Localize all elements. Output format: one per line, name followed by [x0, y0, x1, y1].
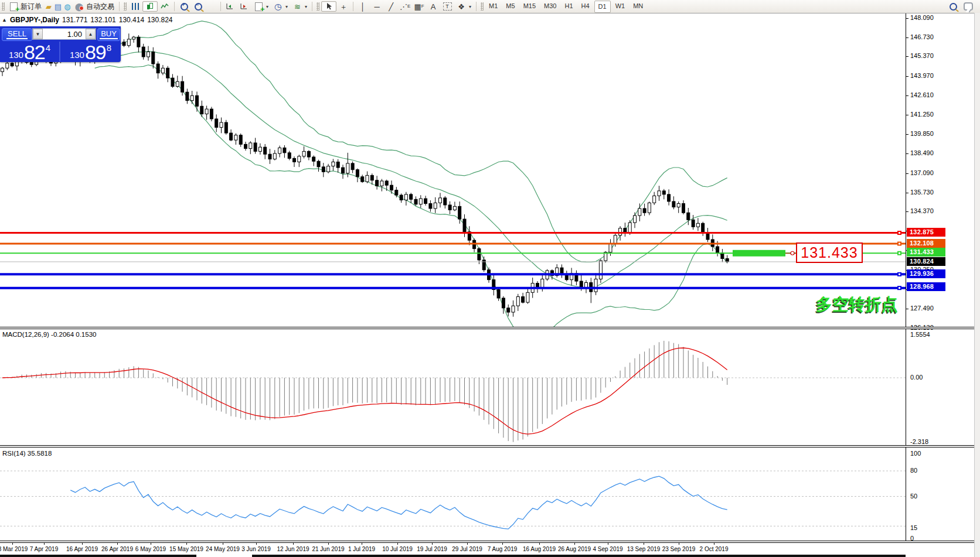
text-button[interactable]: A [426, 1, 440, 12]
profiles-icon[interactable]: ▰ [44, 2, 53, 11]
zoom-in-button[interactable]: + [177, 1, 191, 12]
chart-shift-button[interactable] [237, 1, 251, 12]
timeframe-m5[interactable]: M5 [502, 1, 518, 12]
one-click-trading-panel: SELL ▼ 1.00 ▲ BUY 130824 130898 [0, 26, 121, 62]
volume-value[interactable]: 1.00 [43, 29, 86, 39]
price-tick-label: 141.250 [910, 111, 934, 118]
timeframe-d1[interactable]: D1 [594, 1, 611, 13]
timeframe-mn[interactable]: MN [629, 1, 646, 12]
crosshair-icon: ＋ [339, 2, 348, 11]
search-icon[interactable] [948, 2, 958, 11]
annotation-text[interactable]: 多空转折点 [816, 293, 898, 316]
price-tick [906, 211, 908, 212]
panel-separator[interactable] [0, 445, 974, 447]
price-tick [906, 153, 908, 154]
symbol-title: GBPJPY-,Daily [10, 16, 59, 24]
date-label: 29 Jul 2019 [452, 546, 482, 552]
toolbar-separator [119, 2, 120, 11]
volume-stepper: ▼ 1.00 ▲ [32, 28, 96, 40]
trendline-button[interactable]: ╱ [384, 1, 398, 12]
price-tick-label: 148.090 [910, 14, 934, 21]
rsi-label: RSI(14) 35.5818 [2, 450, 52, 457]
volume-up-button[interactable]: ▲ [86, 29, 96, 39]
market-watch-icon[interactable]: ▤ [53, 2, 63, 11]
crosshair-button[interactable]: ＋ [336, 1, 351, 12]
price-tick-label: 127.490 [910, 305, 934, 312]
toolbar-grip [124, 2, 127, 11]
sell-price[interactable]: 130824 [0, 42, 60, 61]
highlight-segment[interactable] [733, 250, 785, 257]
ohlc-open: 131.771 [62, 16, 87, 24]
date-tick [679, 543, 679, 545]
line-chart-button[interactable] [158, 1, 172, 12]
cursor-button[interactable] [321, 1, 336, 12]
signals-icon[interactable]: ◍ [63, 2, 72, 11]
toolbar: + 新订单 ▰ ▤ ◍ ⬤ 自动交易 + − +▾ ◷▾ ≋▾ [0, 0, 980, 13]
templates-button[interactable]: +▾ [251, 1, 271, 12]
new-order-button[interactable]: + 新订单 [6, 1, 44, 12]
window-edge [974, 13, 980, 557]
volume-down-button[interactable]: ▼ [33, 29, 43, 39]
trendline-icon: ╱ [386, 2, 396, 11]
collapse-arrow-icon[interactable]: ▲ [2, 17, 7, 23]
price-tick [906, 18, 908, 19]
zoom-in-icon: + [179, 2, 189, 11]
toolbar-separator [312, 2, 312, 11]
rsi-scale-label: 100 [910, 450, 921, 457]
price-tag: 132.108 [907, 239, 945, 248]
buy-button[interactable]: BUY [97, 28, 120, 41]
macd-signal-line [2, 348, 727, 434]
date-tick [186, 543, 187, 545]
fibonacci-button[interactable]: ⋰E [398, 1, 412, 12]
bar-chart-button[interactable] [128, 1, 142, 12]
date-label: 8 Mar 2019 [0, 546, 28, 552]
bollinger-band [95, 21, 727, 262]
candlestick-chart-button[interactable] [142, 1, 158, 12]
timeframe-m15[interactable]: M15 [520, 1, 539, 12]
indicators-icon: ≋ [292, 2, 302, 11]
autotrading-label: 自动交易 [86, 2, 114, 12]
rsi-scale-label: 80 [910, 467, 917, 474]
price-callout-box[interactable]: 131.433 [796, 242, 863, 263]
toolbar-grip [481, 2, 484, 11]
vertical-line-button[interactable]: │ [356, 1, 370, 12]
panel-separator[interactable] [0, 327, 974, 329]
text-label-button[interactable]: T [440, 1, 454, 12]
rsi-scale-label: 50 [910, 493, 917, 500]
autotrading-button[interactable]: ⬤ 自动交易 [72, 1, 117, 12]
date-tick [539, 543, 540, 545]
date-label: 13 Sep 2019 [627, 546, 661, 552]
fibo-fan-button[interactable]: ▦F [412, 1, 426, 12]
shapes-button[interactable]: ❖▾ [454, 1, 474, 12]
date-tick [397, 543, 398, 545]
timeframe-h4[interactable]: H4 [578, 1, 593, 12]
period-button[interactable]: ◷▾ [271, 1, 290, 12]
tile-windows-icon [207, 3, 216, 10]
date-label: 15 May 2019 [169, 546, 203, 552]
timeframe-m30[interactable]: M30 [540, 1, 560, 12]
horizontal-line-button[interactable]: ─ [370, 1, 384, 12]
price-tick [906, 173, 908, 174]
zoom-out-button[interactable]: − [191, 1, 205, 12]
timeframe-h1[interactable]: H1 [561, 1, 576, 12]
auto-scroll-button[interactable] [223, 1, 237, 12]
price-tick-label: 143.970 [910, 72, 934, 79]
date-label: 26 Aug 2019 [558, 546, 591, 552]
auto-scroll-icon [226, 2, 235, 11]
price-axis[interactable]: 148.090146.730145.370143.970142.610141.2… [906, 13, 974, 543]
timeframe-m1[interactable]: M1 [485, 1, 501, 12]
date-label: 6 May 2019 [135, 546, 166, 552]
buy-price[interactable]: 130898 [60, 42, 121, 61]
chart-canvas[interactable] [0, 13, 906, 557]
date-axis[interactable]: 8 Mar 20197 Apr 201916 Apr 201926 Apr 20… [0, 543, 974, 555]
date-label: 3 Jun 2019 [241, 546, 271, 552]
toolbar-separator [476, 2, 477, 11]
sell-button[interactable]: SELL [2, 28, 32, 41]
timeframe-w1[interactable]: W1 [612, 1, 629, 12]
tile-windows-button[interactable] [205, 1, 218, 12]
date-label: 16 Aug 2019 [523, 546, 556, 552]
indicators-button[interactable]: ≋▾ [290, 1, 309, 12]
price-tag: 129.936 [907, 269, 945, 278]
date-tick [714, 543, 714, 545]
chat-icon[interactable] [964, 2, 973, 11]
